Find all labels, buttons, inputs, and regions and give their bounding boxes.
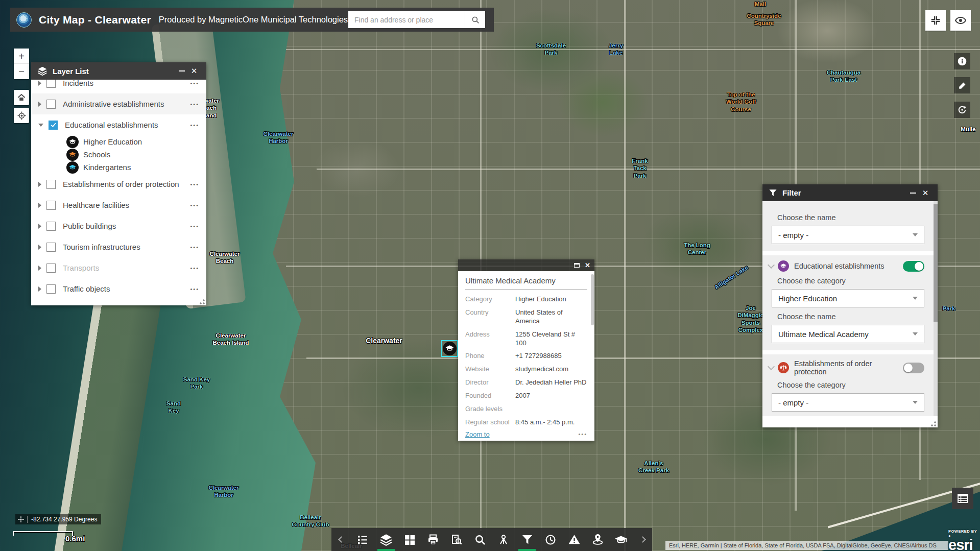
layer-menu-button[interactable]: ••• — [190, 286, 199, 292]
collapse-arrow-icon[interactable] — [38, 124, 43, 127]
layer-menu-button[interactable]: ••• — [190, 101, 199, 107]
close-icon[interactable]: ✕ — [585, 262, 590, 269]
group-toggle-on[interactable] — [903, 261, 924, 272]
layer-checkbox[interactable] — [46, 263, 56, 273]
toolbar-legend-button[interactable] — [351, 528, 374, 551]
popup-titlebar[interactable]: ✕ — [458, 259, 594, 271]
expand-arrow-icon[interactable] — [38, 203, 41, 208]
toolbar-print-button[interactable] — [421, 528, 445, 551]
layer-checkbox[interactable] — [46, 243, 56, 252]
search-input[interactable] — [348, 11, 465, 28]
layer-checkbox[interactable] — [46, 201, 56, 210]
draw-button[interactable] — [954, 77, 970, 93]
field-value: Dr. Jedediah Heller PhD — [515, 378, 586, 387]
expand-arrow-icon[interactable] — [38, 81, 41, 86]
close-button[interactable]: ✕ — [919, 187, 931, 199]
maximize-icon[interactable] — [574, 263, 580, 268]
popup-menu-button[interactable]: ••• — [578, 431, 587, 437]
toolbar-near-me-button[interactable] — [492, 528, 515, 551]
resize-handle[interactable] — [931, 421, 936, 426]
expand-arrow-icon[interactable] — [38, 266, 41, 271]
layer-menu-button[interactable]: ••• — [190, 181, 199, 187]
filter-scrollbar[interactable] — [934, 201, 938, 416]
attribute-table-button[interactable] — [952, 488, 973, 509]
layer-row[interactable]: Establishments of order protection ••• — [31, 174, 206, 195]
toolbar-next-button[interactable] — [633, 528, 652, 551]
field-label: Category — [465, 295, 515, 304]
zoom-out-button[interactable]: − — [14, 64, 29, 79]
layer-menu-button[interactable]: ••• — [190, 122, 199, 128]
name-select[interactable]: - empty - — [772, 226, 924, 244]
layer-checkbox[interactable] — [46, 284, 56, 294]
layer-row[interactable]: Healthcare facilities ••• — [31, 195, 206, 215]
category-select[interactable]: - empty - — [772, 393, 924, 412]
map-label: Chautauqua Park East — [827, 69, 861, 84]
layer-row[interactable]: Administrative establishments ••• — [31, 93, 206, 114]
order-protection-group-icon — [778, 362, 789, 373]
layer-menu-button[interactable]: ••• — [190, 265, 199, 271]
expand-arrow-icon[interactable] — [38, 286, 41, 292]
layer-row[interactable]: Incidents ••• — [31, 80, 206, 93]
layer-checkbox[interactable] — [46, 100, 56, 109]
group-toggle-off[interactable] — [903, 363, 924, 373]
toolbar-filter-button[interactable] — [515, 528, 539, 551]
layer-row[interactable]: Churches ••• — [31, 299, 206, 305]
layer-checkbox[interactable] — [49, 121, 58, 130]
layer-row[interactable]: Tourism infrastructures ••• — [31, 236, 206, 257]
minimize-button[interactable] — [176, 65, 188, 77]
close-button[interactable]: ✕ — [188, 65, 200, 77]
fit-extent-button[interactable] — [925, 10, 946, 31]
name-select[interactable]: Ultimate Medical Academy — [772, 325, 924, 343]
minimize-button[interactable] — [907, 187, 919, 199]
toolbar-layer-list-button[interactable] — [374, 528, 398, 551]
layer-checkbox[interactable] — [46, 222, 56, 231]
layers-icon — [37, 66, 47, 76]
info-button[interactable] — [954, 53, 970, 69]
zoom-to-link[interactable]: Zoom to — [465, 430, 490, 438]
layer-row[interactable]: Public buildings ••• — [31, 215, 206, 236]
map-label: Belleair Country Club — [292, 514, 329, 529]
search-button[interactable] — [465, 11, 485, 28]
layer-menu-button[interactable]: ••• — [190, 202, 199, 208]
layer-list-body: Incidents ••• Administrative establishme… — [31, 80, 206, 305]
toolbar-query-button[interactable] — [445, 528, 468, 551]
expand-arrow-icon[interactable] — [38, 224, 41, 229]
category-select[interactable]: Higher Education — [772, 289, 924, 307]
resize-handle[interactable] — [200, 299, 205, 304]
map-stage[interactable]: MallCountryside SquareScottsdale ParkJer… — [0, 0, 980, 551]
toolbar-search-button[interactable] — [468, 528, 492, 551]
expand-arrow-icon[interactable] — [38, 182, 41, 187]
locate-button[interactable] — [14, 108, 29, 123]
layer-row[interactable]: Educational establishments ••• — [31, 114, 206, 135]
layer-checkbox[interactable] — [46, 180, 56, 189]
coordinate-widget[interactable]: -82.734 27.959 Degrees — [15, 514, 101, 524]
layer-checkbox[interactable] — [46, 80, 56, 88]
layer-row[interactable]: Traffic objects ••• — [31, 278, 206, 299]
layer-row[interactable]: Transports ••• — [31, 257, 206, 278]
toolbar-basemap-gallery-button[interactable] — [398, 528, 421, 551]
refresh-button[interactable] — [954, 102, 970, 118]
layer-menu-button[interactable]: ••• — [190, 80, 199, 86]
layer-list-header[interactable]: Layer List ✕ — [31, 62, 206, 80]
popup-scrollbar[interactable] — [591, 274, 594, 325]
filter-header[interactable]: Filter ✕ — [762, 184, 938, 201]
layer-menu-button[interactable]: ••• — [190, 244, 199, 250]
map-label: Mall — [755, 1, 766, 8]
layer-menu-button[interactable]: ••• — [190, 223, 199, 229]
refresh-icon — [957, 105, 967, 115]
toolbar-time-slider-button[interactable] — [539, 528, 562, 551]
expand-arrow-icon[interactable] — [38, 245, 41, 250]
layer-checkbox[interactable] — [46, 305, 56, 306]
field-label: Director — [465, 378, 515, 387]
chevron-down-icon[interactable] — [768, 363, 775, 370]
toolbar-situational-awareness-button[interactable] — [586, 528, 609, 551]
chevron-down-icon[interactable] — [768, 261, 775, 269]
visibility-button[interactable] — [950, 10, 971, 31]
toolbar-previous-button[interactable] — [331, 528, 351, 551]
toolbar-incidents-button[interactable] — [562, 528, 586, 551]
toolbar-education-button[interactable] — [609, 528, 633, 551]
selected-feature-highlight[interactable] — [441, 340, 458, 357]
expand-arrow-icon[interactable] — [38, 102, 41, 107]
zoom-in-button[interactable]: + — [14, 49, 29, 64]
home-button[interactable] — [14, 90, 29, 105]
